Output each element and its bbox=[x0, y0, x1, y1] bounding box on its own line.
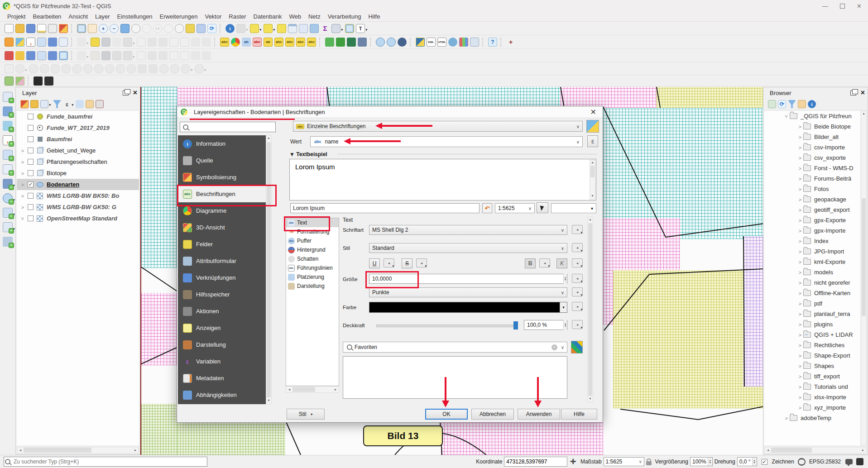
copy-features-icon[interactable] bbox=[169, 38, 178, 47]
add-vector-tile-icon[interactable]: ▾ bbox=[3, 208, 13, 218]
fill-ring-icon[interactable] bbox=[83, 64, 92, 73]
layer-item-gebiet-und-wege[interactable]: >Gebiet_und_Wege bbox=[17, 145, 139, 156]
data-defined-override-icon[interactable]: ◂ bbox=[416, 258, 427, 267]
expander-icon[interactable]: > bbox=[797, 384, 803, 390]
map-tips-icon[interactable] bbox=[345, 24, 354, 33]
layer-visibility-checkbox[interactable]: ✓ bbox=[28, 181, 34, 187]
expander-icon[interactable]: > bbox=[797, 374, 803, 379]
html-tools-icon[interactable]: HTML bbox=[437, 38, 446, 47]
select-by-expression-icon[interactable]: ▾ bbox=[264, 24, 273, 33]
float-panel-icon[interactable] bbox=[123, 91, 129, 96]
layers-horizontal-scrollbar[interactable]: ◂ ▸ bbox=[17, 447, 139, 454]
delete-ring-icon[interactable] bbox=[94, 64, 103, 73]
layer-visibility-checkbox[interactable] bbox=[28, 136, 34, 142]
apply-button[interactable]: Anwenden bbox=[518, 409, 560, 420]
dialog-close-icon[interactable]: ✕ bbox=[588, 108, 599, 116]
expander-icon[interactable]: > bbox=[20, 215, 25, 222]
layer-visibility-checkbox[interactable] bbox=[28, 204, 34, 210]
manage-map-themes-icon[interactable]: ▾ bbox=[40, 100, 48, 108]
browser-item-gpx-importe[interactable]: >gpx-Importe bbox=[764, 225, 860, 236]
menu-layer[interactable]: Layer bbox=[91, 12, 114, 21]
copy-features-2-icon[interactable] bbox=[169, 51, 178, 60]
browser-item-forst-wms-d[interactable]: >Forst - WMS-D bbox=[764, 163, 860, 173]
clear-icon[interactable]: × bbox=[551, 344, 557, 350]
add-ring-icon[interactable] bbox=[62, 64, 71, 73]
delete-selected-icon[interactable] bbox=[148, 38, 157, 47]
scroll-right-icon[interactable]: ▸ bbox=[132, 448, 139, 452]
add-xyz-icon[interactable]: ▾ bbox=[3, 222, 13, 232]
browser-item-plugins[interactable]: >plugins bbox=[764, 319, 860, 330]
subtab-darstellung[interactable]: Darstellung bbox=[286, 282, 339, 291]
label-mode-select[interactable]: abc Einzelne Beschriftungen ∨ bbox=[293, 121, 583, 132]
dialog-tab-abh-ngigkeiten[interactable]: Abhängigkeiten bbox=[178, 387, 266, 403]
add-part-icon[interactable] bbox=[72, 64, 82, 73]
slider-handle[interactable] bbox=[513, 321, 518, 330]
expander-icon[interactable]: > bbox=[797, 405, 803, 411]
dropdown-icon[interactable]: ▾ bbox=[13, 213, 15, 216]
project-new-icon[interactable] bbox=[5, 24, 14, 33]
layer-item-openstreetmap-standard[interactable]: >OpenStreetMap Standard bbox=[17, 213, 139, 224]
cancel-button[interactable]: Abbrechen bbox=[471, 409, 514, 420]
dropdown-icon[interactable]: ▾ bbox=[86, 55, 88, 59]
save-edits-2-icon[interactable] bbox=[101, 51, 110, 60]
layer-visibility-checkbox[interactable] bbox=[28, 148, 34, 153]
layer-item-funde-wt-2017-2019[interactable]: Funde_WT_2017_2019 bbox=[17, 122, 139, 134]
select-features-icon[interactable]: ▾ bbox=[250, 24, 259, 33]
dialog-tab-felder[interactable]: Felder bbox=[178, 236, 266, 253]
browser-item-jpg-import[interactable]: >JPG-Import bbox=[764, 246, 860, 257]
scroll-left-icon[interactable]: ◂ bbox=[17, 448, 24, 452]
symbolisierung-icon[interactable] bbox=[183, 173, 192, 182]
help-contents-icon[interactable]: ? bbox=[488, 38, 497, 47]
project-open-icon[interactable] bbox=[15, 24, 24, 33]
undo-edit-icon[interactable] bbox=[191, 38, 200, 47]
attributformular-icon[interactable] bbox=[183, 257, 192, 266]
layer-diagram-icon[interactable] bbox=[231, 38, 240, 47]
menu-web[interactable]: Web bbox=[285, 12, 305, 21]
layer-visibility-checkbox[interactable] bbox=[28, 125, 34, 131]
menu-datenbank[interactable]: Datenbank bbox=[250, 12, 286, 21]
favorites-search-select[interactable]: Favoriten × ∨ bbox=[343, 342, 567, 353]
attribute-table-icon[interactable] bbox=[288, 24, 297, 33]
bookmarks-show-icon[interactable] bbox=[197, 24, 206, 33]
browser-item-index[interactable]: >Index bbox=[764, 236, 860, 246]
expander-icon[interactable]: > bbox=[797, 228, 803, 234]
close-button[interactable]: ✕ bbox=[857, 3, 862, 10]
browser-item-offline-karten[interactable]: >Offline-Karten bbox=[764, 288, 860, 298]
verknüpfungen-icon[interactable] bbox=[183, 273, 192, 282]
zoom-next-icon[interactable] bbox=[142, 24, 151, 33]
delete-part-icon[interactable] bbox=[105, 64, 114, 73]
expander-icon[interactable]: > bbox=[797, 186, 803, 192]
dialog-tab-aktionen[interactable]: Aktionen bbox=[178, 303, 266, 320]
statistics-panel-icon[interactable]: Σ bbox=[321, 24, 330, 33]
menu-projekt[interactable]: Projekt bbox=[4, 12, 29, 21]
expander-icon[interactable]: > bbox=[797, 176, 803, 181]
menu-verarbeitung[interactable]: Verarbeitung bbox=[324, 12, 365, 21]
add-virtual-layer-icon[interactable] bbox=[59, 38, 68, 47]
reshape-features-icon[interactable] bbox=[116, 64, 125, 73]
expander-icon[interactable]: > bbox=[783, 415, 790, 421]
dropdown-icon[interactable]: ▾ bbox=[259, 28, 261, 32]
expander-icon[interactable]: > bbox=[797, 332, 803, 338]
browser-item-geotiff-export[interactable]: >geotiff_export bbox=[764, 205, 860, 215]
panel-vertical-scrollbar[interactable]: ▴▾ bbox=[587, 217, 593, 402]
strikethrough-button[interactable]: S bbox=[402, 258, 412, 268]
browser-item-planlauf-terra[interactable]: >planlauf_terra bbox=[764, 309, 860, 319]
browser-item-fotos[interactable]: >Fotos bbox=[764, 184, 860, 194]
new-spatialite-layer-icon[interactable] bbox=[26, 51, 35, 60]
scroll-right-icon[interactable]: ▸ bbox=[860, 448, 866, 452]
layer-item-wms-lgrb-bw-gk50-g[interactable]: >WMS LGRB-BW GK50: G bbox=[17, 201, 139, 213]
ows-plugin-icon[interactable] bbox=[398, 38, 407, 47]
underline-button[interactable]: U bbox=[369, 258, 380, 268]
new-print-layout-icon[interactable] bbox=[37, 24, 46, 33]
menu-netz[interactable]: Netz bbox=[305, 12, 324, 21]
add-delimited-text-icon[interactable]: , bbox=[26, 38, 35, 47]
ok-button[interactable]: OK bbox=[425, 409, 468, 420]
browser-item-xyz-importe[interactable]: >xyz_importe bbox=[764, 402, 860, 413]
new-temporary-layer-icon[interactable] bbox=[37, 51, 46, 60]
puffer-icon[interactable]: abc bbox=[288, 238, 295, 244]
size-unit-select[interactable]: Punkte ∨ bbox=[369, 287, 567, 297]
wms-plugin-icon[interactable] bbox=[387, 38, 396, 47]
float-panel-icon[interactable] bbox=[850, 91, 856, 96]
opacity-spinner[interactable]: 100,0 % ▴▾ bbox=[524, 320, 567, 330]
layer-visibility-checkbox[interactable] bbox=[28, 215, 34, 221]
